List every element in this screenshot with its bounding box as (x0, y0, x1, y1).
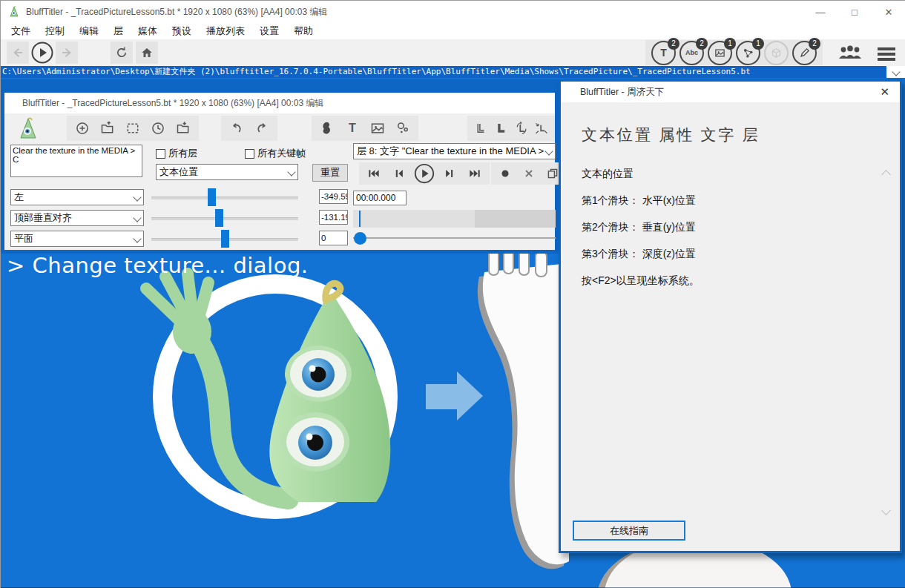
record-key-button[interactable] (494, 162, 516, 185)
menu-layer[interactable]: 层 (106, 24, 131, 38)
reset-button[interactable]: 重置 (312, 164, 348, 182)
add-particle-layer-button[interactable] (392, 117, 414, 139)
layer-solid-button[interactable] (493, 117, 510, 139)
time-input[interactable]: 00:00.000 (353, 191, 407, 205)
help-line: 第1个滑块： 水平(x)位置 (582, 194, 700, 208)
home-icon (140, 46, 154, 59)
next-frame-button[interactable] (438, 162, 461, 185)
time-slider-track (353, 237, 556, 239)
path-input[interactable]: C:\Users\Administrator\Desktop\新建文件夹 (2)… (1, 66, 886, 78)
menu-presets[interactable]: 预设 (165, 24, 199, 38)
slider3-dropdown[interactable]: 平面 (10, 231, 144, 247)
undo-button[interactable] (226, 117, 248, 139)
slider1-dropdown[interactable]: 左 (10, 189, 144, 205)
reset-label: 重置 (320, 166, 340, 179)
timeline-cursor[interactable] (359, 211, 361, 227)
z-position-slider[interactable] (151, 231, 298, 247)
layer-rotate-icon (514, 121, 529, 136)
typeface-button[interactable]: Abc 2 (679, 41, 704, 65)
add-picture-layer-button[interactable] (366, 117, 389, 139)
maximize-button[interactable]: □ (837, 1, 872, 23)
editor-controls: 所有层 所有关键帧 文本位置 重置 层 8: 文字 "Clear the tex… (4, 143, 555, 250)
title-bar: BluffTitler - _TracedPictureLesson5.bt *… (1, 1, 905, 23)
editor-title-bar[interactable]: BluffTitler - _TracedPictureLesson5.bt *… (4, 93, 555, 113)
arrow-shape (426, 371, 483, 420)
help-panel-title-bar[interactable]: BluffTitler - 周济天下 ✕ (561, 82, 900, 102)
menu-media[interactable]: 媒体 (131, 24, 165, 38)
open-show-button[interactable] (96, 117, 119, 139)
scroll-down-button[interactable] (883, 503, 889, 517)
layer-collapse-button[interactable] (533, 117, 551, 139)
layer-L-outline-icon (474, 122, 487, 135)
layer-L-solid-icon (494, 122, 507, 135)
help-panel: BluffTitler - 周济天下 ✕ 文本位置 属性 文字 层 文本的位置 … (559, 79, 902, 553)
play-button[interactable] (30, 42, 54, 64)
back-button[interactable] (7, 42, 29, 64)
refresh-button[interactable] (111, 42, 133, 64)
z-value-input[interactable]: 0 (319, 231, 348, 245)
property-dropdown[interactable]: 文本位置 (156, 164, 298, 180)
layer-text-input[interactable] (10, 145, 142, 177)
next-frame-icon (444, 168, 455, 179)
menu-button[interactable] (878, 45, 895, 63)
forward-button[interactable] (56, 42, 78, 64)
time-slider-knob[interactable] (354, 232, 366, 245)
effects-button[interactable]: 2 (792, 41, 817, 65)
slider2-dropdown[interactable]: 顶部垂直对齐 (10, 210, 144, 226)
redo-button[interactable] (251, 117, 273, 139)
menu-playlist[interactable]: 播放列表 (199, 24, 252, 38)
camera-layer-button[interactable] (316, 117, 338, 139)
slider-thumb[interactable] (221, 230, 229, 248)
select-region-button[interactable] (122, 117, 144, 139)
particles-icon (395, 121, 410, 136)
slider-thumb[interactable] (208, 188, 216, 206)
people-icon (837, 44, 863, 62)
text-templates-button[interactable]: T 2 (651, 41, 676, 65)
layer-rotate-button[interactable] (513, 117, 530, 139)
x-position-slider[interactable] (151, 189, 298, 205)
window-title: BluffTitler - _TracedPictureLesson5.bt *… (26, 6, 327, 19)
path-dropdown-button[interactable] (886, 66, 905, 78)
layer-outline-button[interactable] (472, 117, 490, 139)
all-layers-checkbox[interactable]: 所有层 (156, 147, 197, 160)
menu-control[interactable]: 控制 (38, 24, 72, 38)
new-show-button[interactable] (71, 117, 93, 139)
menu-edit[interactable]: 编辑 (72, 24, 106, 38)
menu-settings[interactable]: 设置 (252, 24, 286, 38)
add-text-layer-button[interactable]: T (341, 117, 363, 139)
chevron-down-icon (133, 234, 141, 242)
picture-layer-icon (370, 121, 385, 136)
help-panel-title: BluffTitler - 周济天下 (580, 86, 664, 99)
time-slider[interactable] (353, 229, 556, 247)
slider-thumb[interactable] (215, 209, 223, 227)
timeline-strip[interactable] (353, 210, 556, 228)
y-value-input[interactable]: -131.1999 (319, 210, 348, 225)
skip-end-button[interactable] (463, 162, 487, 185)
models-button[interactable] (764, 41, 789, 65)
editor-play-button[interactable] (412, 162, 436, 185)
delete-key-button[interactable] (518, 162, 540, 185)
recent-shows-button[interactable] (147, 117, 169, 139)
help-panel-body: 文本位置 属性 文字 层 文本的位置 第1个滑块： 水平(x)位置 第2个滑块：… (561, 102, 900, 551)
x-value-input[interactable]: -349.5999 (319, 189, 348, 204)
close-button[interactable]: ✕ (872, 1, 905, 23)
share-button[interactable]: 1 (736, 41, 760, 65)
scroll-up-button[interactable] (883, 168, 889, 181)
editor-title: BluffTitler - _TracedPictureLesson5.bt *… (22, 97, 323, 110)
menu-file[interactable]: 文件 (4, 24, 38, 38)
refresh-icon (115, 46, 128, 59)
prev-frame-button[interactable] (387, 162, 411, 185)
save-show-button[interactable] (172, 117, 194, 139)
skip-start-button[interactable] (362, 162, 386, 185)
online-guide-button[interactable]: 在线指南 (573, 521, 685, 541)
layer-dropdown[interactable]: 层 8: 文字 "Clear the texture in the MEDIA … (353, 143, 556, 159)
minimize-button[interactable]: — (803, 1, 837, 23)
all-keyframes-checkbox[interactable]: 所有关键帧 (245, 147, 306, 160)
menu-help[interactable]: 帮助 (286, 24, 320, 38)
home-button[interactable] (136, 42, 158, 64)
help-close-button[interactable]: ✕ (880, 85, 900, 99)
community-button[interactable] (837, 44, 863, 62)
y-position-slider[interactable] (151, 210, 298, 226)
pictures-button[interactable]: 1 (708, 41, 732, 65)
play-icon (30, 41, 54, 65)
